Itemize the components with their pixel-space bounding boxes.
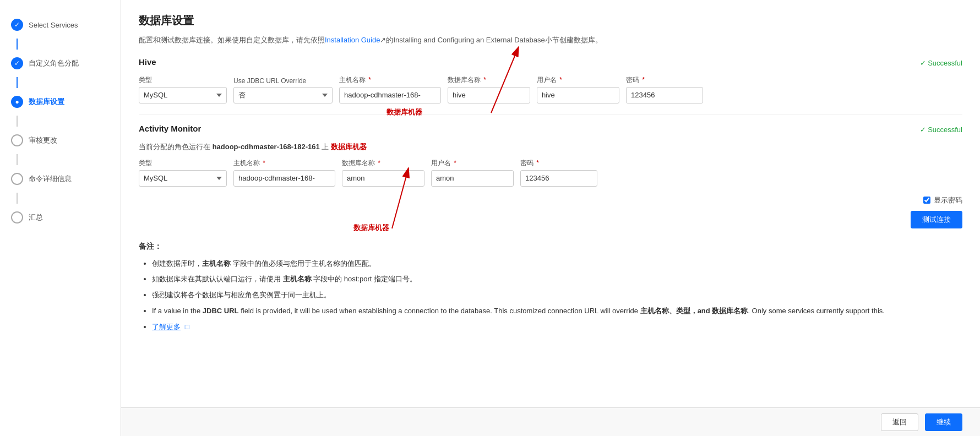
hive-dbname-group: 数据库名称 * [448,75,530,103]
notes-title: 备注： [139,242,962,252]
installation-guide-link[interactable]: Installation Guide [325,36,380,44]
activity-type-label: 类型 [139,159,227,168]
hive-type-group: 类型 MySQL PostgreSQL Oracle [139,75,227,103]
hive-password-input[interactable] [626,87,703,103]
hive-user-label: 用户名 * [537,75,619,85]
hive-jdbc-label: Use JDBC URL Override [233,77,333,85]
hive-user-input[interactable] [537,87,619,103]
note-item-4: If a value in the JDBC URL field is prov… [152,304,962,318]
step-icon-cmd-detail [11,173,23,185]
sidebar-label-db-settings: 数据库设置 [29,97,64,107]
hive-type-label: 类型 [139,75,227,85]
activity-info: 当前分配的角色运行在 hadoop-cdhmaster-168-182-161 … [139,142,962,152]
note-item-5: 了解更多 □ [152,320,962,334]
page-description: 配置和测试数据库连接。如果使用自定义数据库，请先依照Installation G… [139,35,962,46]
note-item-3: 强烈建议将各个数据库与相应角色实例置于同一主机上。 [152,288,962,302]
hive-password-group: 密码 * [626,75,703,103]
show-password-row: 显示密码 [139,195,962,205]
connector-2 [17,77,18,88]
learn-more-link[interactable]: 了解更多 [152,323,181,331]
page-title: 数据库设置 [139,13,962,28]
show-password-label[interactable]: 显示密码 [934,195,962,205]
activity-password-input[interactable] [520,170,597,187]
notes-section: 备注： 创建数据库时，主机名称 字段中的值必须与您用于主机名称的值匹配。 如数据… [139,242,962,334]
step-icon-summary [11,211,23,224]
activity-title: Activity Monitor [139,124,201,133]
connector-3 [17,116,18,127]
bottom-bar: 返回 继续 [121,407,980,436]
activity-host-group: 主机名称 * [233,159,335,187]
activity-dbname-input[interactable] [342,170,424,187]
desc-prefix: 配置和测试数据库连接。如果使用自定义数据库，请先依照 [139,36,325,44]
activity-host-input[interactable] [233,170,335,187]
activity-host-text: hadoop-cdhmaster-168-182-161 [213,143,320,151]
sidebar-label-cmd-detail: 命令详细信息 [29,174,72,184]
sidebar-item-cmd-detail[interactable]: 命令详细信息 [0,165,121,193]
activity-db-machine-link[interactable]: 数据库机器 [331,143,367,151]
activity-form-row: 类型 MySQL PostgreSQL Oracle 主机名称 * 数据库名称 … [139,159,962,187]
hive-jdbc-select[interactable]: 否 是 [233,87,333,103]
continue-button[interactable]: 继续 [925,413,962,431]
sidebar-label-select-services: Select Services [29,21,78,29]
show-password-checkbox[interactable] [923,197,930,204]
step-icon-custom-role: ✓ [11,57,23,69]
test-connection-row: 测试连接 [139,211,962,228]
sidebar: ✓ Select Services ✓ 自定义角色分配 ● 数据库设置 审核更改… [0,0,121,436]
activity-password-group: 密码 * [520,159,597,187]
sidebar-label-review: 审核更改 [29,135,57,145]
hive-host-group: 主机名称 * [339,75,441,103]
hive-user-group: 用户名 * [537,75,619,103]
hive-form-row: 类型 MySQL PostgreSQL Oracle Use JDBC URL … [139,75,962,103]
activity-user-label: 用户名 * [431,159,514,168]
hive-success-badge: ✓ Successful [920,59,962,67]
activity-dbname-label: 数据库名称 * [342,159,424,168]
note-item-1: 创建数据库时，主机名称 字段中的值必须与您用于主机名称的值匹配。 [152,257,962,271]
activity-host-label: 主机名称 * [233,159,335,168]
hive-title: Hive [139,57,156,67]
sidebar-label-custom-role: 自定义角色分配 [29,58,79,68]
hive-host-input[interactable] [339,87,441,103]
hive-section-header: Hive ✓ Successful [139,57,962,69]
back-button[interactable]: 返回 [881,413,918,431]
sidebar-item-db-settings[interactable]: ● 数据库设置 [0,88,121,116]
activity-user-group: 用户名 * [431,159,514,187]
hive-type-select[interactable]: MySQL PostgreSQL Oracle [139,87,227,103]
external-link-icon: □ [185,323,189,331]
sidebar-label-summary: 汇总 [29,212,43,222]
activity-section: Activity Monitor ✓ Successful 当前分配的角色运行在… [139,124,962,187]
activity-dbname-group: 数据库名称 * [342,159,424,187]
hive-jdbc-group: Use JDBC URL Override 否 是 [233,77,333,103]
sidebar-item-summary[interactable]: 汇总 [0,204,121,231]
connector-5 [17,193,18,204]
activity-section-header: Activity Monitor ✓ Successful [139,124,962,135]
desc-suffix: 的Installing and Configuring an External … [386,36,602,44]
step-icon-select-services: ✓ [11,19,23,31]
hive-password-label: 密码 * [626,75,703,85]
activity-type-group: 类型 MySQL PostgreSQL Oracle [139,159,227,187]
main-content: 数据库设置 配置和测试数据库连接。如果使用自定义数据库，请先依照Installa… [121,0,980,436]
connector-1 [17,39,18,50]
connector-4 [17,154,18,165]
sidebar-item-custom-role[interactable]: ✓ 自定义角色分配 [0,50,121,77]
activity-password-label: 密码 * [520,159,597,168]
hive-host-label: 主机名称 * [339,75,441,85]
note-item-2: 如数据库未在其默认认端口运行，请使用 主机名称 字段中的 host:port 指… [152,272,962,286]
annotation-label-1: 数据库机器 [386,107,422,117]
sidebar-item-review[interactable]: 审核更改 [0,127,121,154]
sidebar-item-select-services[interactable]: ✓ Select Services [0,11,121,39]
notes-list: 创建数据库时，主机名称 字段中的值必须与您用于主机名称的值匹配。 如数据库未在其… [139,257,962,334]
activity-success-badge: ✓ Successful [920,126,962,134]
hive-dbname-label: 数据库名称 * [448,75,530,85]
step-icon-review [11,134,23,146]
step-icon-db-settings: ● [11,96,23,108]
bottom-spacer [139,336,962,369]
hive-section: Hive ✓ Successful 类型 MySQL PostgreSQL Or… [139,57,962,103]
activity-user-input[interactable] [431,170,514,187]
section-divider [139,115,962,115]
activity-type-select[interactable]: MySQL PostgreSQL Oracle [139,170,227,187]
test-connection-button[interactable]: 测试连接 [911,211,962,228]
hive-dbname-input[interactable] [448,87,530,103]
